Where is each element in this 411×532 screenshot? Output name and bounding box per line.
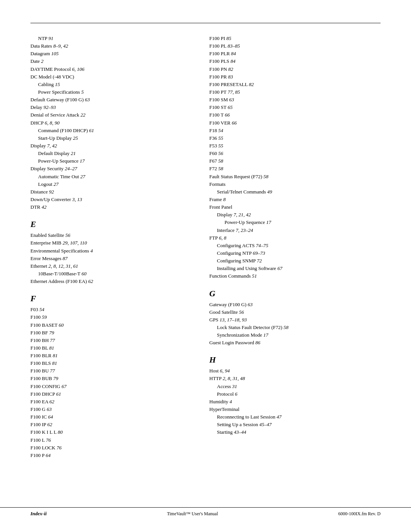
entry-text: Lock Status Fault Detector (F72)	[217, 324, 284, 330]
entry-page: 92–93	[43, 104, 56, 110]
entry-page: 25	[73, 135, 78, 141]
entry-text: Frame	[209, 197, 223, 202]
list-item: F60 56	[209, 150, 381, 157]
entry-page: 45–47	[259, 422, 272, 427]
list-item: Command (F100 DHCP) 61	[30, 127, 194, 134]
list-item: F100 PRESETALL 82	[209, 81, 381, 88]
list-item: Power-Up Sequence 17	[30, 157, 194, 165]
list-item: Formats	[209, 181, 381, 188]
entry-page: 63	[229, 97, 234, 102]
list-item: Display 7, 21, 42	[209, 211, 381, 219]
entry-text: F100 PLS	[209, 58, 231, 64]
entry-page: 21	[71, 150, 76, 156]
entry-text: Power-Up Sequence	[38, 158, 80, 164]
list-item: F100 PLR 84	[209, 50, 381, 58]
entry-page: 4	[90, 248, 93, 254]
list-item: F100 BH 77	[30, 337, 194, 344]
page: NTP 91Data Rates 8–9, 42Datagram 105Date…	[0, 0, 411, 532]
list-item: F100 T 66	[209, 111, 381, 119]
list-item: F18 54	[209, 127, 381, 134]
section-letter-e: E	[30, 219, 194, 229]
list-item: Synchronization Mode 17	[209, 331, 381, 339]
list-item: Delay 92–93	[30, 104, 194, 111]
list-item: Date 2	[30, 58, 194, 65]
entry-text: Down/Up Converter	[30, 197, 72, 202]
list-item: Error Messages 87	[30, 255, 194, 262]
entry-text: Function Commands	[209, 273, 252, 279]
list-item: Data Rates 8–9, 42	[30, 42, 194, 50]
entry-text: Data Rates	[30, 43, 53, 49]
entry-page: 24–27	[65, 166, 77, 171]
entry-text: HyperTerminal	[209, 406, 239, 412]
list-item: F100 BF 79	[30, 329, 194, 337]
list-item: Protocol 6	[209, 390, 381, 398]
list-item: F72 58	[209, 165, 381, 173]
list-item: Starting 43–44	[209, 428, 381, 436]
entry-page: 82	[228, 66, 233, 72]
entry-page: 61	[56, 391, 61, 397]
entry-text: F100 G	[30, 406, 47, 412]
list-item: F100 PR 83	[209, 73, 381, 81]
entry-text: DHCP	[30, 120, 45, 126]
entry-text: DAYTIME Protocol	[30, 66, 72, 72]
entry-page: 82	[249, 81, 254, 87]
list-item: F100 K I L L 80	[30, 428, 194, 436]
entry-page: 81	[49, 345, 54, 351]
entry-text: Delay	[30, 104, 43, 110]
entry-text: F67	[209, 158, 218, 164]
content-area: NTP 91Data Rates 8–9, 42Datagram 105Date…	[30, 35, 381, 459]
entry-page: 17	[263, 332, 268, 338]
entry-page: 55	[218, 135, 223, 141]
entry-page: 66	[232, 120, 237, 126]
list-item: F100 CONFIG 67	[30, 383, 194, 390]
entry-page: 58	[218, 166, 223, 171]
list-item: Enterprise MIB 29, 107, 110	[30, 239, 194, 247]
entry-text: Synchronization Mode	[217, 332, 263, 338]
entry-text: F100 PN	[209, 66, 228, 72]
entry-text: Logout	[38, 181, 54, 187]
list-item: F53 55	[209, 142, 381, 150]
entry-text: Denial of Service Attack	[30, 112, 80, 118]
entry-page: 85	[226, 35, 231, 41]
entry-text: F100 BASET	[30, 322, 59, 328]
entry-text: Error Messages	[30, 256, 62, 261]
list-item: F100 ST 65	[209, 104, 381, 111]
section-letter-g: G	[209, 289, 381, 299]
entry-page: 62	[49, 399, 54, 404]
entry-page: 4	[229, 399, 232, 404]
list-item: Configuring NTP 69–73	[209, 249, 381, 257]
entry-page: 7, 21, 42	[234, 212, 251, 217]
entry-page: 47	[277, 414, 282, 420]
list-item: Access 31	[209, 383, 381, 390]
entry-text: F100 T	[209, 112, 225, 118]
entry-page: 87	[62, 256, 67, 261]
entry-text: F100 SM	[209, 97, 229, 102]
entry-text: Gateway (F100 G)	[209, 302, 248, 307]
list-item: Ethernet 2, 8, 12, 31, 61	[30, 262, 194, 270]
entry-text: Enterprise MIB	[30, 240, 62, 246]
list-item: F100 PN 82	[209, 66, 381, 73]
entry-page: 58	[218, 158, 223, 164]
list-item: Humidity 4	[209, 398, 381, 406]
list-item: F100 BL 81	[30, 344, 194, 352]
entry-text: Command (F100 DHCP)	[38, 128, 89, 133]
entry-page: 51	[252, 273, 257, 279]
entry-text: NTP	[38, 35, 48, 41]
entry-text: F03	[30, 307, 39, 312]
list-item: Configuring SNMP 72	[209, 257, 381, 265]
entry-page: 83	[228, 74, 233, 80]
entry-page: 64	[48, 414, 53, 420]
footer: Index-ii TimeVault™ User's Manual 6000-1…	[0, 507, 411, 517]
entry-text: Reconnecting to Last Session	[217, 414, 277, 420]
entry-text: HTTP	[209, 375, 223, 381]
entry-text: Good Satellite	[209, 309, 239, 315]
list-item: Lock Status Fault Detector (F72) 58	[209, 324, 381, 331]
entry-text: Interface	[217, 227, 236, 233]
entry-text: Datagram	[30, 51, 51, 56]
entry-page: 69–73	[253, 250, 265, 256]
entry-text: F100 ST	[209, 104, 228, 110]
list-item: F100 PL 83–85	[209, 42, 381, 50]
entry-text: F100 VER	[209, 120, 232, 126]
list-item: Guest Login Password 86	[209, 339, 381, 347]
entry-text: Ethernet	[30, 263, 48, 269]
